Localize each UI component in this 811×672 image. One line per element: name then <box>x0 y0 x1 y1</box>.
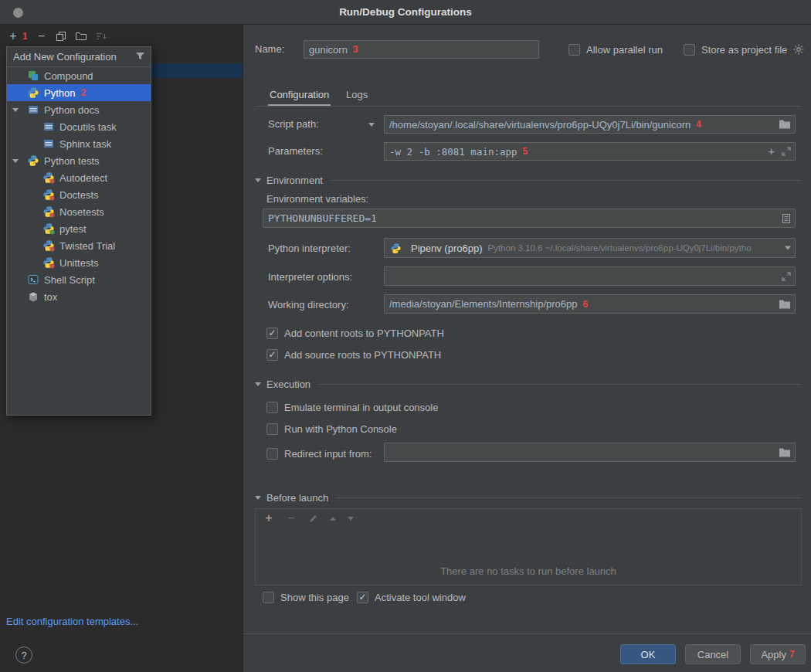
checkbox-icon[interactable] <box>266 402 278 413</box>
working-directory-value: /media/stoyan/Elements/Internship/pro6pp <box>389 298 578 310</box>
tree-item-docutils-task[interactable]: Docutils task <box>7 118 151 135</box>
chevron-down-icon[interactable] <box>12 108 19 112</box>
execution-section-label: Execution <box>266 378 310 390</box>
compound-icon <box>27 70 39 82</box>
ok-button[interactable]: OK <box>620 644 676 664</box>
section-collapse-icon[interactable] <box>255 496 261 500</box>
tree-item-autodetect[interactable]: Autodetect <box>7 169 151 186</box>
browse-folder-icon[interactable] <box>779 120 791 130</box>
browse-folder-icon[interactable] <box>779 447 791 457</box>
edit-templates-link[interactable]: Edit configuration templates... <box>6 616 138 627</box>
add-content-roots-label: Add content roots to PYTHONPATH <box>284 328 444 339</box>
tree-item-tox[interactable]: tox <box>7 288 151 305</box>
move-task-up-icon[interactable] <box>330 517 336 521</box>
name-input[interactable]: gunicorn 3 <box>304 40 539 59</box>
add-configuration-button[interactable]: + <box>8 30 19 42</box>
annotation-3: 3 <box>353 44 358 55</box>
cancel-button-label: Cancel <box>697 649 728 660</box>
move-task-down-icon[interactable] <box>348 517 354 521</box>
tree-item-pytest[interactable]: pytest <box>7 220 151 237</box>
tree-item-sphinx-task[interactable]: Sphinx task <box>7 135 151 152</box>
add-task-button[interactable]: + <box>263 512 274 524</box>
remove-task-button[interactable]: − <box>286 512 297 524</box>
store-as-project-file-checkbox[interactable]: Store as project file <box>684 43 787 56</box>
move-to-folder-icon[interactable] <box>75 31 87 42</box>
browse-folder-icon[interactable] <box>779 299 791 309</box>
help-button[interactable]: ? <box>15 647 32 664</box>
checkbox-checked-icon[interactable]: ✓ <box>266 328 278 339</box>
annotation-2: 2 <box>80 87 86 98</box>
checkbox-checked-icon[interactable]: ✓ <box>357 592 368 603</box>
checkbox-icon[interactable] <box>263 592 274 603</box>
add-source-roots-checkbox[interactable]: ✓ Add source roots to PYTHONPATH <box>266 348 441 361</box>
tab-logs[interactable]: Logs <box>344 87 369 106</box>
add-content-roots-checkbox[interactable]: ✓ Add content roots to PYTHONPATH <box>266 327 444 339</box>
tree-item-label: Doctests <box>59 189 99 201</box>
expand-field-icon[interactable] <box>782 272 791 281</box>
python-interpreter-label: Python interpreter: <box>268 243 351 255</box>
redirect-input-checkbox[interactable]: Redirect input from: <box>266 447 372 460</box>
annotation-1: 1 <box>22 31 28 42</box>
tree-item-label: Compound <box>44 70 93 82</box>
tree-item-twisted-trial[interactable]: Twisted Trial <box>7 237 151 254</box>
configurations-sidebar: + 1 − Add New Configuration <box>0 25 243 672</box>
annotation-5: 5 <box>523 146 528 157</box>
environment-section-label: Environment <box>266 175 323 186</box>
show-this-page-checkbox[interactable]: Show this page <box>263 591 349 603</box>
emulate-terminal-checkbox[interactable]: Emulate terminal in output console <box>266 401 438 413</box>
store-settings-gear-icon[interactable] <box>793 44 804 55</box>
script-path-dropdown-icon[interactable] <box>368 123 375 127</box>
before-launch-section-header[interactable]: Before launch <box>255 491 801 504</box>
section-collapse-icon[interactable] <box>255 382 261 386</box>
tree-item-python-tests[interactable]: Python tests <box>7 152 151 169</box>
chevron-down-icon[interactable] <box>12 159 19 163</box>
tree-item-doctests[interactable]: Doctests <box>7 186 151 203</box>
working-directory-input[interactable]: /media/stoyan/Elements/Internship/pro6pp… <box>384 294 796 314</box>
remove-configuration-button[interactable]: − <box>36 30 47 42</box>
section-collapse-icon[interactable] <box>255 178 261 182</box>
docutils-icon <box>42 120 55 133</box>
activate-tool-window-checkbox[interactable]: ✓ Activate tool window <box>357 591 466 603</box>
tree-item-label: Autodetect <box>59 172 107 184</box>
tab-configuration[interactable]: Configuration <box>268 87 331 106</box>
cancel-button[interactable]: Cancel <box>685 644 741 664</box>
tabs-separator <box>255 106 801 107</box>
expand-field-icon[interactable] <box>782 147 791 156</box>
sort-configurations-icon[interactable] <box>96 31 107 42</box>
tree-item-shell-script[interactable]: Shell Script <box>7 271 151 288</box>
run-with-python-console-checkbox[interactable]: Run with Python Console <box>266 423 397 435</box>
redirect-input-file-input[interactable] <box>384 443 796 462</box>
filter-icon[interactable] <box>135 52 145 61</box>
tree-item-python[interactable]: Python 2 <box>7 84 151 101</box>
docs-grid-icon <box>27 104 39 116</box>
tree-item-python-docs[interactable]: Python docs <box>7 101 151 118</box>
copy-configuration-icon[interactable] <box>56 31 66 42</box>
tree-item-unittests[interactable]: Unittests <box>7 254 151 271</box>
interpreter-options-input[interactable] <box>384 266 796 286</box>
python-interpreter-select[interactable]: Pipenv (pro6pp) Python 3.10.6 ~/.local/s… <box>384 238 796 258</box>
tree-item-nosetests[interactable]: Nosetests <box>7 203 151 220</box>
python-test-icon <box>42 205 55 218</box>
checkbox-icon[interactable] <box>266 448 278 460</box>
help-label: ? <box>21 650 26 661</box>
python-test-icon <box>42 188 55 201</box>
tree-item-label: Python docs <box>44 104 100 116</box>
environment-section-header[interactable]: Environment <box>255 174 801 186</box>
allow-parallel-run-checkbox[interactable]: Allow parallel run <box>568 43 663 56</box>
chevron-down-icon[interactable] <box>785 246 791 250</box>
checkbox-icon[interactable] <box>568 44 580 56</box>
checkbox-icon[interactable] <box>684 44 695 56</box>
env-vars-list-icon[interactable] <box>782 213 791 224</box>
edit-task-pencil-icon[interactable] <box>308 514 318 524</box>
script-path-value: /home/stoyan/.local/share/virtualenvs/pr… <box>389 119 691 131</box>
tree-item-compound[interactable]: Compound <box>7 67 151 84</box>
checkbox-checked-icon[interactable]: ✓ <box>266 349 278 361</box>
environment-variables-input[interactable]: PYTHONUNBUFFERED=1 <box>263 209 796 228</box>
execution-section-header[interactable]: Execution <box>255 378 801 390</box>
parameters-input[interactable]: -w 2 -b :8081 main:app 5 + <box>384 142 796 161</box>
script-path-input[interactable]: /home/stoyan/.local/share/virtualenvs/pr… <box>384 115 796 134</box>
configuration-editor: Name: gunicorn 3 Allow parallel run Stor… <box>243 25 811 672</box>
apply-button[interactable]: Apply 7 <box>750 644 806 664</box>
insert-macro-plus-icon[interactable]: + <box>769 145 775 158</box>
checkbox-icon[interactable] <box>266 423 278 435</box>
